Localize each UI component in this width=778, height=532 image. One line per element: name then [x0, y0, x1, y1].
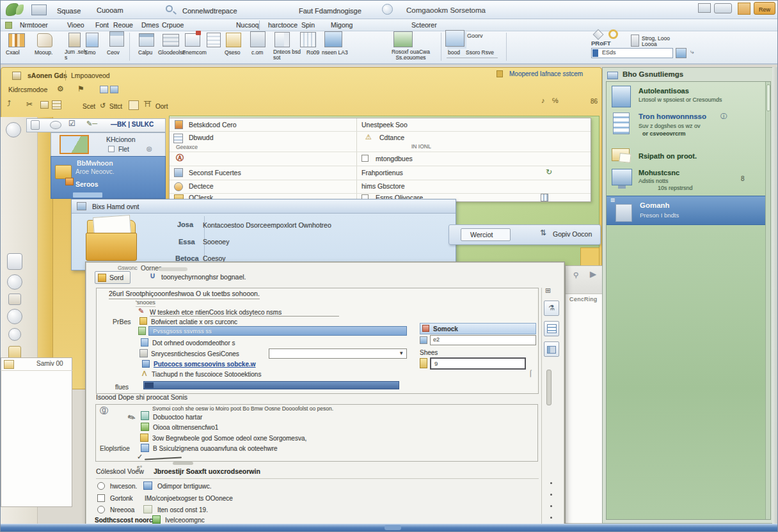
yellow-menu-label[interactable]: Kidrcsmodoe: [8, 86, 47, 94]
nav-selected-block[interactable]: BbMwhoon Aroe Neoovc. Seroos: [51, 156, 166, 199]
toolbar-label-3[interactable]: Oort: [155, 103, 168, 110]
tab-2[interactable]: Font: [95, 22, 109, 29]
tool-chart-button[interactable]: [544, 341, 559, 357]
dropdown-arrow-icon[interactable]: ▾: [400, 350, 403, 357]
tab-6[interactable]: Nucsoq: [236, 22, 259, 29]
ribbon-btn-11-label[interactable]: Dnteos bsd sot: [273, 49, 304, 61]
rail-sync-button[interactable]: [7, 274, 22, 290]
tab-5[interactable]: Crpuoe: [162, 22, 184, 29]
row5-input[interactable]: ▾: [269, 348, 407, 359]
play-icon[interactable]: ▶: [590, 270, 596, 279]
ribbon-btn-1-label[interactable]: Cxaol: [6, 50, 20, 56]
copy-icon[interactable]: [40, 101, 49, 109]
titlebar-mid-label[interactable]: Faut Fdamdnogisge: [299, 7, 361, 15]
tray-icon[interactable]: [250, 31, 266, 47]
tab-1[interactable]: Vioeo: [67, 22, 84, 29]
funnel-check-icon[interactable]: ☑: [68, 120, 75, 128]
nav-subitem-highlight[interactable]: [73, 192, 102, 198]
ribbon-btn-6-label[interactable]: Calpu: [138, 50, 152, 56]
checkbox-icon[interactable]: [361, 155, 369, 162]
ribbon-btn-4-label[interactable]: Smo: [84, 50, 95, 56]
radio-3[interactable]: [97, 506, 105, 513]
ribbon-btn-10-label[interactable]: c.om: [251, 50, 263, 56]
flag-glyph-icon[interactable]: ⚑: [77, 85, 84, 93]
ribbon-search-value[interactable]: ESds: [602, 50, 616, 56]
rail-disc-button[interactable]: [7, 309, 22, 324]
rail-note-button[interactable]: [7, 253, 22, 270]
selected-row[interactable]: Pvssgsoss ssvmss ss: [148, 326, 407, 336]
section1-row-7[interactable]: Tiachupd n the fuscoioce Sotooektions: [152, 371, 261, 378]
help-button[interactable]: [738, 3, 750, 15]
tab-3[interactable]: Reoue: [113, 22, 133, 29]
section3-right-3[interactable]: Iten oscd onst 19.: [157, 506, 208, 513]
rail-clip-button[interactable]: [8, 293, 21, 305]
tab-0[interactable]: Nrmtooer: [20, 22, 48, 29]
pin-icon[interactable]: ⚲: [573, 271, 578, 279]
window-pair-icon[interactable]: [100, 86, 108, 93]
cut-icon[interactable]: ⤴: [7, 100, 11, 108]
oval-icon[interactable]: [50, 121, 61, 129]
mailbox-icon[interactable]: [226, 33, 241, 47]
copy-pages-icon[interactable]: [445, 30, 464, 47]
window-pair-icon-2[interactable]: [110, 86, 118, 93]
tab-10[interactable]: Scteorer: [411, 22, 437, 29]
section1-row-4[interactable]: Dot orhned ovodomdeothor s: [152, 340, 235, 347]
swirl-icon[interactable]: [382, 4, 393, 15]
contact-icon[interactable]: [31, 120, 40, 130]
ribbon-btn-14-label[interactable]: Rosoxf ouaCwa Ss.eouomes: [385, 49, 437, 61]
tab-9[interactable]: Migong: [331, 22, 353, 29]
section2-row-1b[interactable]: Dobuoctoo hartar: [153, 414, 202, 421]
somock-header[interactable]: Somock: [420, 323, 536, 334]
settings-scroll-thumb[interactable]: [766, 84, 770, 111]
settings-item-selected[interactable]: ▩ Gomanh Preson I bndts: [607, 196, 770, 225]
settings-item[interactable]: Tron honwonnnsso ⓘ Suv z dogshes os wz o…: [607, 110, 770, 147]
settings-item[interactable]: Mohustcsnc Adstis notts 10s repstrsnd 8: [607, 166, 770, 194]
close-button[interactable]: Rew: [754, 2, 775, 15]
ribbon-btn-12-label[interactable]: Ro09: [306, 50, 319, 56]
bixs-titlebar[interactable]: Bixs Hamd ovnt: [72, 199, 456, 214]
section1-row-2[interactable]: Bofwicert aclatie x ors curconc: [151, 318, 237, 325]
browser-icon[interactable]: [139, 33, 154, 47]
mail-flag-icon[interactable]: [185, 33, 200, 47]
menu-row[interactable]: Dbwudd Geeaxce ⚠ Cdtance IN IONL: [170, 132, 591, 152]
section1-row-6[interactable]: Putococs somcsoovins sobcke.w: [154, 361, 256, 368]
menu-row[interactable]: Betskdcod Cero Unestpeek Soo: [170, 118, 591, 132]
ribbon-btn-2-label[interactable]: Mooup.: [35, 50, 52, 56]
paste-icon[interactable]: [52, 100, 61, 109]
panel-icon[interactable]: [274, 32, 290, 47]
titlebar-right-label[interactable]: Comgaookm Sorsetoma: [406, 6, 486, 15]
tool-table-button[interactable]: [544, 321, 559, 336]
table-blue-icon[interactable]: [676, 48, 687, 58]
radio-1[interactable]: [97, 482, 105, 490]
ribbon-btn-8-label[interactable]: Fnemcom: [182, 50, 207, 56]
menu-row[interactable]: Seconst Fucertes Frahportienus ↻: [170, 166, 591, 180]
section2-row-3[interactable]: 3ow Begrwbeole god Somoe odeol oxne Sorg…: [152, 435, 306, 442]
screen-green-icon[interactable]: [393, 31, 413, 47]
tool-pin-button[interactable]: ⚗: [544, 301, 559, 316]
tab-8[interactable]: Spin: [301, 22, 315, 29]
titlebar-search-label[interactable]: Connelwdtrepace: [182, 7, 237, 15]
refresh-small-icon[interactable]: ⇅: [540, 229, 546, 237]
section3-right-2[interactable]: IMo/conjoetxogser ts OOonece: [145, 495, 233, 502]
restore-button[interactable]: [714, 3, 732, 13]
section1-row-5[interactable]: Snrycesntichescios GesiCones: [151, 350, 239, 357]
minimize-button[interactable]: [698, 3, 711, 13]
bag-icon[interactable]: [68, 33, 81, 47]
nav-thumbnail[interactable]: [60, 135, 89, 154]
floatbar-button[interactable]: Werciot: [461, 228, 511, 241]
section2-row-4[interactable]: B Ssiculzignena ouaoanvfuna ok ooteehwre: [153, 445, 278, 452]
menu-row[interactable]: Dectece hims Gbsctore: [170, 180, 591, 194]
ribbon-btn-16-label[interactable]: Ssoro Rsve: [466, 50, 494, 56]
scissors-icon[interactable]: ✂: [26, 100, 33, 109]
shees-input[interactable]: 9: [430, 357, 526, 370]
section3-right-1[interactable]: Odimpor brrtiguwc.: [157, 483, 211, 490]
send-button[interactable]: Sord: [95, 271, 131, 284]
window-icon[interactable]: [109, 31, 124, 47]
screen-blue-icon[interactable]: [324, 31, 342, 47]
toolbar-label-2[interactable]: Sttct: [109, 103, 122, 110]
hand-icon[interactable]: [37, 33, 52, 47]
ribbon-btn-9-label[interactable]: Qseso: [225, 50, 241, 56]
toolbar-box[interactable]: [129, 100, 139, 110]
settings-item[interactable]: Autoleantisoas Lrtosol w spsoiest or Cre…: [607, 83, 770, 110]
rail-home-button[interactable]: [6, 122, 21, 137]
